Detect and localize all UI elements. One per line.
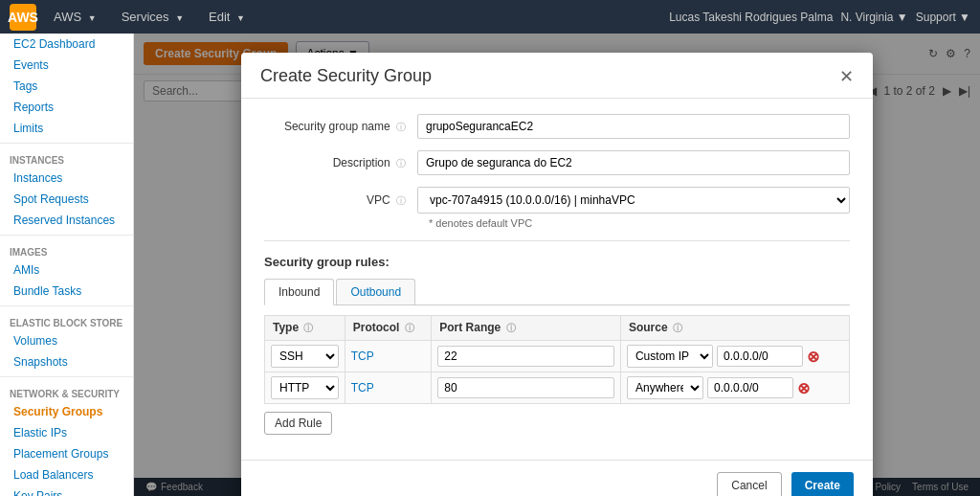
nav-user[interactable]: Lucas Takeshi Rodrigues Palma xyxy=(669,11,833,24)
form-row-vpc: VPC ⓘ vpc-707a4915 (10.0.0.0/16) | minha… xyxy=(264,187,850,214)
content-area: Create Security Group Actions ▼ ↻ ⚙ ? |◀… xyxy=(134,34,980,496)
top-navigation: AWS AWS ▼ Services ▼ Edit ▼ Lucas Takesh… xyxy=(0,0,980,34)
rule-type-select-2[interactable]: HTTP xyxy=(271,376,339,399)
rule-source-cell: Custom IP ⊗ xyxy=(620,341,849,372)
remove-rule-2-button[interactable]: ⊗ xyxy=(797,379,810,397)
col-source: Source ⓘ xyxy=(620,316,849,341)
source-cell-2: Anywhere ⊗ xyxy=(627,376,843,399)
sidebar-item-limits[interactable]: Limits xyxy=(0,118,133,139)
sidebar-item-reserved-instances[interactable]: Reserved Instances xyxy=(0,210,133,231)
rule-port-input-2[interactable] xyxy=(437,377,614,398)
sidebar: EC2 Dashboard Events Tags Reports Limits… xyxy=(0,34,134,496)
tab-inbound[interactable]: Inbound xyxy=(264,279,334,305)
table-row: HTTP TCP xyxy=(265,372,850,404)
modal-body: Security group name ⓘ Description ⓘ xyxy=(241,99,873,450)
vpc-label: VPC ⓘ xyxy=(264,193,417,208)
rules-table: Type ⓘ Protocol ⓘ Port Range ⓘ Source ⓘ xyxy=(264,315,850,404)
col-protocol: Protocol ⓘ xyxy=(345,316,431,341)
description-label: Description ⓘ xyxy=(264,156,417,170)
nav-region[interactable]: N. Virginia ▼ xyxy=(840,11,907,24)
tab-outbound[interactable]: Outbound xyxy=(336,279,415,304)
sidebar-item-reports[interactable]: Reports xyxy=(0,97,133,118)
rule-protocol-1: TCP xyxy=(351,349,374,363)
create-button[interactable]: Create xyxy=(791,472,854,496)
nav-aws[interactable]: AWS ▼ xyxy=(46,6,104,28)
sidebar-item-spot-requests[interactable]: Spot Requests xyxy=(0,189,133,210)
rule-type-select-1[interactable]: SSH xyxy=(271,345,339,368)
modal-overlay: Create Security Group ✕ Security group n… xyxy=(134,34,980,496)
form-row-description: Description ⓘ xyxy=(264,150,850,175)
name-info-icon[interactable]: ⓘ xyxy=(396,122,406,132)
source-cell-1: Custom IP ⊗ xyxy=(627,345,843,368)
sidebar-item-key-pairs[interactable]: Key Pairs xyxy=(0,485,133,496)
sidebar-item-bundle-tasks[interactable]: Bundle Tasks xyxy=(0,281,133,302)
name-label: Security group name ⓘ xyxy=(264,120,417,134)
rule-source-value-1[interactable] xyxy=(717,346,803,367)
nav-right: Lucas Takeshi Rodrigues Palma N. Virgini… xyxy=(669,11,970,24)
rule-protocol-cell: TCP xyxy=(345,372,431,404)
add-rule-button[interactable]: Add Rule xyxy=(264,412,332,435)
modal-header: Create Security Group ✕ xyxy=(241,53,873,99)
sidebar-item-events[interactable]: Events xyxy=(0,55,133,76)
modal-footer: Cancel Create xyxy=(241,460,873,496)
description-info-icon[interactable]: ⓘ xyxy=(396,158,406,169)
sidebar-item-snapshots[interactable]: Snapshots xyxy=(0,351,133,372)
description-input[interactable] xyxy=(417,150,850,175)
rule-type-cell: SSH xyxy=(265,341,345,372)
rule-source-type-1[interactable]: Custom IP xyxy=(627,345,713,368)
col-port-range: Port Range ⓘ xyxy=(432,316,621,341)
rule-protocol-2: TCP xyxy=(351,381,374,395)
sidebar-item-load-balancers[interactable]: Load Balancers xyxy=(0,464,133,485)
vpc-note: * denotes default VPC xyxy=(429,217,850,229)
rules-tabs: Inbound Outbound xyxy=(264,279,850,305)
aws-logo: AWS xyxy=(10,4,36,31)
rules-table-header-row: Type ⓘ Protocol ⓘ Port Range ⓘ Source ⓘ xyxy=(265,316,850,341)
sidebar-item-elastic-ips[interactable]: Elastic IPs xyxy=(0,422,133,443)
rule-source-value-2[interactable] xyxy=(707,377,793,398)
rule-port-cell xyxy=(432,372,621,404)
rule-port-input-1[interactable] xyxy=(437,346,614,367)
sidebar-item-amis[interactable]: AMIs xyxy=(0,259,133,281)
modal-create-security-group: Create Security Group ✕ Security group n… xyxy=(241,53,873,496)
sidebar-section-images: IMAGES xyxy=(0,239,133,259)
type-info-icon[interactable]: ⓘ xyxy=(303,323,313,333)
source-info-icon[interactable]: ⓘ xyxy=(673,323,682,333)
sidebar-section-instances: INSTANCES xyxy=(0,147,133,168)
portrange-info-icon[interactable]: ⓘ xyxy=(506,323,516,333)
nav-edit[interactable]: Edit ▼ xyxy=(201,6,253,28)
vpc-info-icon[interactable]: ⓘ xyxy=(396,195,406,206)
sidebar-item-placement-groups[interactable]: Placement Groups xyxy=(0,443,133,464)
rules-title: Security group rules: xyxy=(264,255,850,269)
sidebar-item-ec2dashboard[interactable]: EC2 Dashboard xyxy=(0,34,133,55)
sidebar-item-tags[interactable]: Tags xyxy=(0,76,133,97)
rule-source-type-2[interactable]: Anywhere xyxy=(627,376,703,399)
modal-title: Create Security Group xyxy=(260,66,432,86)
sidebar-section-ebs: ELASTIC BLOCK STORE xyxy=(0,310,133,330)
protocol-info-icon[interactable]: ⓘ xyxy=(405,323,414,333)
sidebar-item-volumes[interactable]: Volumes xyxy=(0,330,133,351)
rule-protocol-cell: TCP xyxy=(345,341,431,372)
nav-support[interactable]: Support ▼ xyxy=(916,11,970,24)
cancel-button[interactable]: Cancel xyxy=(717,472,781,496)
sidebar-item-instances[interactable]: Instances xyxy=(0,168,133,189)
sidebar-section-network: NETWORK & SECURITY xyxy=(0,381,133,401)
rule-type-cell: HTTP xyxy=(265,372,345,404)
col-type: Type ⓘ xyxy=(265,316,345,341)
main-layout: EC2 Dashboard Events Tags Reports Limits… xyxy=(0,34,980,496)
rule-port-cell xyxy=(432,341,621,372)
table-row: SSH TCP xyxy=(265,341,850,372)
security-group-name-input[interactable] xyxy=(417,114,850,139)
vpc-select[interactable]: vpc-707a4915 (10.0.0.0/16) | minhaVPC xyxy=(417,187,850,214)
sidebar-item-security-groups[interactable]: Security Groups xyxy=(0,401,133,422)
rule-source-cell: Anywhere ⊗ xyxy=(620,372,849,404)
modal-close-button[interactable]: ✕ xyxy=(839,68,854,85)
nav-services[interactable]: Services ▼ xyxy=(114,6,191,28)
form-row-name: Security group name ⓘ xyxy=(264,114,850,139)
remove-rule-1-button[interactable]: ⊗ xyxy=(807,348,819,366)
rules-section: Security group rules: Inbound Outbound T… xyxy=(264,240,850,435)
